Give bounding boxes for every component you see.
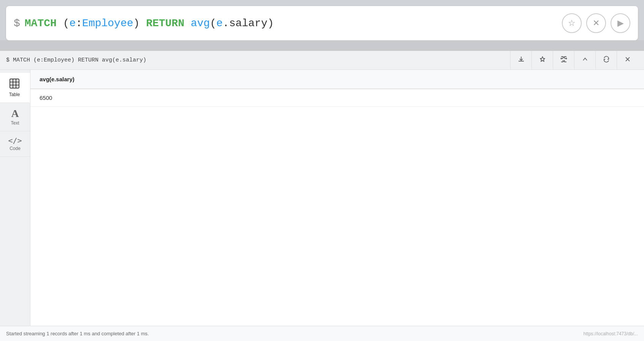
results-toolbar	[510, 51, 638, 70]
column-header-avg-salary: avg(e.salary)	[30, 70, 644, 89]
sidebar-item-text[interactable]: A Text	[0, 103, 30, 131]
top-query-bar: $ MATCH ( e : Employee ) RETURN avg ( e …	[6, 6, 638, 40]
svg-rect-2	[10, 79, 19, 88]
expand-icon	[560, 56, 567, 65]
table-row: 6500	[30, 89, 644, 107]
table-header-row: avg(e.salary)	[30, 70, 644, 89]
close-results-icon	[624, 56, 631, 65]
func-close: )	[267, 17, 274, 29]
table-view: avg(e.salary) 6500	[30, 70, 644, 326]
run-query-button[interactable]: ▶	[611, 13, 630, 33]
close-results-button[interactable]	[617, 51, 638, 70]
separator-bar	[0, 40, 644, 51]
func-open: (	[210, 17, 216, 29]
text-icon: A	[11, 108, 19, 119]
code-label: Code	[10, 146, 21, 151]
cell-avg-salary: 6500	[30, 89, 644, 107]
main-content: Table A Text </> Code avg(e.salary)	[0, 70, 644, 326]
status-bar: Started streaming 1 records after 1 ms a…	[0, 326, 644, 341]
download-icon	[518, 56, 525, 65]
sidebar-item-table[interactable]: Table	[0, 73, 30, 103]
star-button[interactable]: ☆	[562, 13, 582, 33]
top-query-display: $ MATCH ( e : Employee ) RETURN avg ( e …	[14, 17, 274, 29]
keyword-return: RETURN	[146, 17, 184, 29]
top-query-actions: ☆ ✕ ▶	[562, 13, 630, 33]
refresh-icon	[603, 56, 610, 65]
results-wrapper: $ MATCH (e:Employee) RETURN avg(e.salary…	[0, 51, 644, 341]
keyword-match: MATCH	[25, 17, 57, 29]
sidebar-item-code[interactable]: </> Code	[0, 131, 30, 157]
func-var: e	[216, 17, 223, 29]
status-url: https://localhost:7473/db/...	[584, 331, 638, 336]
code-icon: </>	[8, 137, 22, 144]
space1	[57, 17, 63, 29]
pin-button[interactable]	[531, 51, 553, 70]
refresh-button[interactable]	[595, 51, 617, 70]
close-query-button[interactable]: ✕	[586, 13, 606, 33]
results-query-text: $ MATCH (e:Employee) RETURN avg(e.salary…	[6, 57, 146, 63]
sidebar: Table A Text </> Code	[0, 70, 30, 326]
func-name: avg	[191, 17, 210, 29]
space2	[140, 17, 146, 29]
close-paren: )	[133, 17, 140, 29]
space3	[184, 17, 191, 29]
download-button[interactable]	[510, 51, 531, 70]
expand-button[interactable]	[553, 51, 574, 70]
up-icon	[582, 56, 588, 65]
node-var: e	[69, 17, 76, 29]
results-header: $ MATCH (e:Employee) RETURN avg(e.salary…	[0, 51, 644, 70]
text-label: Text	[11, 120, 19, 126]
status-message: Started streaming 1 records after 1 ms a…	[6, 331, 149, 336]
node-type: Employee	[82, 17, 133, 29]
table-label: Table	[9, 92, 20, 97]
colon: :	[76, 17, 82, 29]
table-icon	[9, 78, 20, 90]
func-prop: salary	[229, 17, 268, 29]
func-dot: .	[223, 17, 229, 29]
open-paren: (	[63, 17, 70, 29]
pin-icon	[539, 56, 546, 65]
result-table: avg(e.salary) 6500	[30, 70, 644, 107]
dollar-sign: $	[14, 17, 20, 29]
collapse-button[interactable]	[574, 51, 595, 70]
